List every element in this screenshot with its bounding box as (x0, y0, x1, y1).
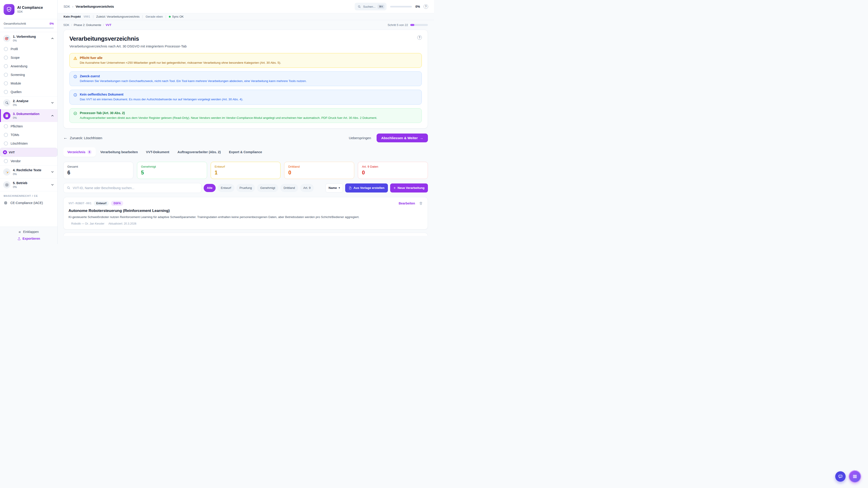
plus-icon: + (394, 186, 396, 190)
tab-verzeichnis[interactable]: Verzeichnis 6 (63, 147, 96, 157)
export-button[interactable]: Exportieren (18, 237, 40, 240)
tab-auftragsverarbeiter[interactable]: Auftragsverarbeiter (Abs. 2) (174, 148, 224, 156)
sort-select[interactable]: Name ▾ (326, 184, 343, 193)
sidebar-footer: « Einklappen Exportieren (0, 227, 57, 244)
back-link[interactable]: ← Zurueck: Löschfristen (63, 135, 102, 140)
help-icon[interactable]: ? (424, 4, 428, 9)
arrow-left-icon: ← (63, 135, 68, 140)
trash-icon[interactable] (419, 201, 423, 205)
section-label: 5. Betrieb (13, 181, 27, 185)
filter-chip-entwurf[interactable]: Entwurf (218, 184, 235, 192)
check-circle-icon (73, 111, 77, 120)
sidebar-section-analyse[interactable]: 2. Analyse 0% (0, 96, 57, 109)
section-percent: 0% (13, 186, 48, 189)
shield-check-icon (4, 4, 14, 15)
collapse-sidebar-button[interactable]: « Einklappen (19, 230, 39, 234)
stat-value: 5 (141, 170, 203, 176)
create-from-template-button[interactable]: Aus Vorlage erstellen (345, 184, 388, 193)
sidebar-item-ce-compliance[interactable]: CE-Compliance (IACE) (0, 199, 57, 207)
item-label: Scope (11, 56, 20, 59)
breadcrumb-phase[interactable]: Phase 2: Dokumente (74, 23, 101, 27)
stat-value: 0 (362, 170, 424, 176)
warning-triangle-icon (73, 56, 77, 65)
sidebar-item-module[interactable]: Module (0, 79, 57, 88)
record-title: Autonome Robotersteuerung (Reinforcement… (68, 208, 423, 213)
section-label: 1. Vorbereitung (13, 35, 36, 38)
breadcrumb-vvt: VVT (105, 23, 111, 27)
filter-chip-art9[interactable]: Art. 9 (300, 184, 314, 192)
magnifier-icon (3, 99, 10, 106)
chevron-down-icon: ▾ (339, 186, 340, 189)
sidebar-item-pflichten[interactable]: Pflichten (0, 122, 57, 131)
info-circle-icon (73, 93, 77, 101)
sidebar-section-betrieb[interactable]: 5. Betrieb 0% (0, 178, 57, 191)
item-label: Pflichten (11, 125, 23, 128)
record-search[interactable] (63, 183, 202, 193)
sidebar-item-profil[interactable]: Profil (0, 45, 57, 53)
radio-unchecked-icon (4, 133, 8, 137)
arrow-right-icon: → (420, 136, 423, 140)
sidebar: AI Compliance SDK Gesamtfortschritt 0% 1… (0, 0, 58, 244)
sidebar-item-vvt[interactable]: VVT (0, 148, 57, 157)
tab-verarbeitung-bearbeiten[interactable]: Verarbeitung bearbeiten (97, 148, 142, 156)
intro-card: Verarbeitungsverzeichnis Verarbeitungsve… (63, 30, 428, 129)
wizard-nav-row: ← Zurueck: Löschfristen Ueberspringen Ab… (63, 133, 428, 142)
filter-chip-drittland[interactable]: Drittland (280, 184, 298, 192)
item-label: Löschfristen (11, 142, 28, 145)
complete-next-button[interactable]: Abschliessen & Weiter → (377, 133, 428, 142)
item-label: VVT (9, 151, 15, 154)
document-icon (348, 186, 352, 190)
filter-chip-pruefung[interactable]: Pruefung (237, 184, 255, 192)
filter-chip-alle[interactable]: Alle (204, 184, 216, 192)
sidebar-item-scope[interactable]: Scope (0, 53, 57, 62)
radio-unchecked-icon (4, 81, 8, 86)
stat-label: Genehmigt (141, 165, 203, 168)
tab-export-compliance[interactable]: Export & Compliance (225, 148, 266, 156)
complete-next-label: Abschliessen & Weiter (381, 136, 418, 140)
next-record-card-partial (63, 233, 428, 236)
global-search-button[interactable]: Suchen... ⌘K (355, 3, 386, 10)
clipboard-icon (3, 112, 10, 119)
stat-label: Entwurf (215, 165, 277, 168)
search-icon (67, 186, 70, 190)
sidebar-item-screening[interactable]: Screening (0, 70, 57, 79)
sidebar-section-dokumentation[interactable]: 3. Dokumentation 0% (0, 109, 57, 122)
sidebar-section-rechtliche-texte[interactable]: 4. Rechtliche Texte 0% (0, 165, 57, 178)
section-percent: 0% (13, 116, 48, 120)
skip-button[interactable]: Ueberspringen (349, 136, 371, 140)
edit-record-button[interactable]: Bearbeiten (399, 201, 415, 205)
filter-chip-genehmigt[interactable]: Genehmigt (257, 184, 278, 192)
tab-vvt-dokument[interactable]: VVT-Dokument (143, 148, 173, 156)
gear-icon (3, 181, 10, 188)
stat-gesamt: Gesamt 6 (63, 162, 133, 179)
stat-drittland: Drittland 0 (284, 162, 354, 179)
header-progress-value: 0% (415, 5, 420, 8)
record-card[interactable]: VVT-ROBOT-001 Entwurf DSFA Bearbeiten Au… (63, 197, 428, 230)
chevron-down-icon (51, 101, 54, 105)
notice-title: Zweck-zuerst (80, 74, 307, 78)
page-breadcrumb: SDK / Phase 2: Dokumente / VVT Schritt 5… (63, 23, 428, 27)
notice-title: Pflicht fuer alle (80, 56, 281, 60)
project-version: V001 (84, 15, 90, 18)
info-circle-icon (73, 74, 77, 83)
header-progress-bar (390, 6, 412, 7)
notice-success: Processor-Tab (Art. 30 Abs. 2) Auftragsv… (69, 108, 422, 123)
sidebar-section-vorbereitung[interactable]: 1. Vorbereitung 0% (0, 32, 57, 45)
page-title: Verarbeitungsverzeichnis (69, 35, 417, 42)
sidebar-item-vendor[interactable]: Vendor (0, 157, 57, 165)
record-search-input[interactable] (73, 186, 198, 190)
slash-separator: / (103, 23, 104, 27)
stat-entwurf: Entwurf 1 (211, 162, 281, 179)
card-help-icon[interactable]: ? (417, 35, 422, 40)
sidebar-item-loeschfristen[interactable]: Löschfristen (0, 139, 57, 148)
app-logo: AI Compliance SDK (0, 0, 57, 19)
step-label: Schritt 5 von 22 (388, 23, 408, 27)
new-record-button[interactable]: + Neue Verarbeitung (390, 184, 428, 193)
sidebar-item-quellen[interactable]: Quellen (0, 88, 57, 96)
stat-label: Gesamt (67, 165, 129, 168)
breadcrumb-sdk[interactable]: SDK (63, 23, 69, 27)
sidebar-item-toms[interactable]: TOMs (0, 131, 57, 139)
top-header: SDK › Verarbeitungsverzeichnis Suchen...… (58, 0, 434, 13)
sidebar-item-anwendung[interactable]: Anwendung (0, 62, 57, 70)
breadcrumb-root[interactable]: SDK (64, 5, 70, 8)
